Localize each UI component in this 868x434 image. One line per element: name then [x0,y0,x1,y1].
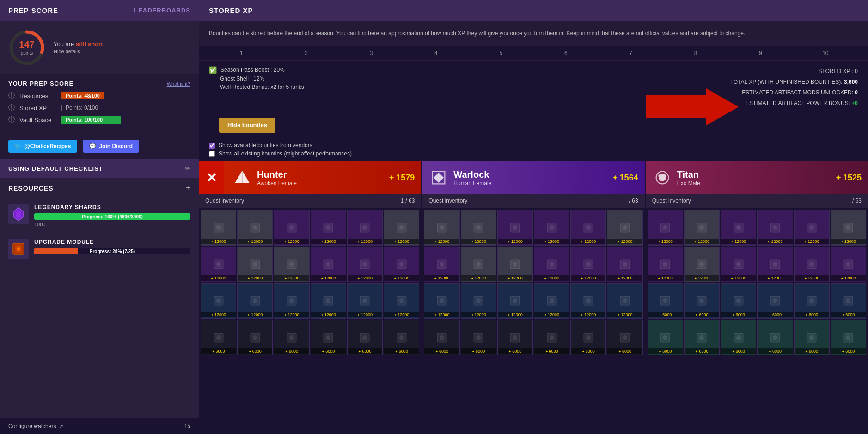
quest-item[interactable]: 12000 [721,247,756,282]
score-label: points [21,50,33,56]
quest-item[interactable]: 12000 [237,247,273,282]
svg-point-70 [440,262,444,267]
quest-item[interactable]: 12000 [497,210,533,245]
twitter-button[interactable]: 🐦 @ChaliceRecipes [8,140,77,153]
vault-space-badge: Points: 100/100 [61,116,121,124]
legendary-shards-progress: Progress: 160% (4806/3000) [34,213,190,220]
quest-item[interactable]: 12000 [648,210,683,245]
hide-bounties-button[interactable]: Hide bounties [219,118,275,133]
quest-item[interactable]: 12000 [461,247,496,282]
quest-item[interactable]: 12000 [384,283,419,319]
quest-item[interactable]: 6000 [757,283,793,319]
quest-item[interactable]: 6000 [497,320,533,355]
quest-item[interactable]: 12000 [497,247,533,282]
add-resource-icon[interactable]: + [185,183,190,193]
quest-item[interactable]: 12000 [274,210,309,245]
quest-item[interactable]: 12000 [794,247,830,282]
leaderboards-link[interactable]: LEADERBOARDS [134,7,190,14]
quest-item[interactable]: 12000 [201,247,236,282]
show-available-checkbox-row[interactable]: Show available bounties from vendors [209,142,858,149]
quest-item[interactable]: 6000 [684,320,720,355]
quest-item[interactable]: 12000 [384,210,419,245]
quest-item[interactable]: 12000 [497,283,533,319]
edit-icon[interactable]: ✏ [185,165,190,172]
quest-item[interactable]: 12000 [570,283,606,319]
quest-item[interactable]: 6000 [794,283,830,319]
resources-section-title: RESOURCES [8,185,54,192]
hide-details-link[interactable]: Hide details [54,49,80,54]
quest-item[interactable]: 6000 [311,320,346,355]
quest-item[interactable]: 12000 [274,283,309,319]
quest-item[interactable]: 12000 [607,210,642,245]
qi-value: 6000 [831,348,866,354]
qi-value: 12000 [274,239,309,244]
quest-item[interactable]: 6000 [794,320,830,355]
quest-item[interactable]: 6000 [721,320,756,355]
quest-item[interactable]: 12000 [347,247,383,282]
quest-item[interactable]: 6000 [201,320,236,355]
quest-item[interactable]: 6000 [684,283,720,319]
svg-point-32 [399,262,404,267]
quest-item[interactable]: 12000 [311,210,346,245]
quest-item[interactable]: 6000 [831,320,866,355]
svg-point-72 [476,262,481,267]
quest-item[interactable]: 6000 [721,283,756,319]
quest-item[interactable]: 12000 [831,247,866,282]
quest-item[interactable]: 6000 [757,320,793,355]
qi-value: 12000 [201,312,236,317]
quest-item[interactable]: 12000 [311,247,346,282]
quest-item[interactable]: 6000 [570,320,606,355]
quest-item[interactable]: 12000 [794,210,830,245]
discord-button[interactable]: 💬 Join Discord [83,140,139,153]
quest-item[interactable]: 12000 [237,210,273,245]
quest-item[interactable]: 12000 [347,283,383,319]
quest-item[interactable]: 12000 [201,210,236,245]
quest-item[interactable]: 12000 [347,210,383,245]
quest-item[interactable]: 12000 [607,247,642,282]
quest-item[interactable]: 12000 [237,283,273,319]
quest-item[interactable]: 12000 [684,210,720,245]
quest-item[interactable]: 12000 [607,283,642,319]
quest-item[interactable]: 6000 [274,320,309,355]
quest-item[interactable]: 12000 [831,210,866,245]
show-all-checkbox[interactable] [209,151,215,157]
quest-item[interactable]: 12000 [648,247,683,282]
quest-item[interactable]: 12000 [534,247,569,282]
quest-item[interactable]: 12000 [461,283,496,319]
checklist-header[interactable]: USING DEFAULT CHECKLIST ✏ [0,159,199,178]
quest-item[interactable]: 6000 [384,320,419,355]
quest-item[interactable]: 12000 [684,247,720,282]
quest-item[interactable]: 12000 [461,210,496,245]
quest-item[interactable]: 12000 [757,247,793,282]
qi-value: 6000 [311,348,346,354]
quest-item[interactable]: 12000 [757,210,793,245]
quest-item[interactable]: 6000 [607,320,642,355]
quest-item[interactable]: 12000 [424,247,459,282]
quest-item[interactable]: 6000 [648,320,683,355]
quest-item[interactable]: 12000 [424,283,459,319]
quest-item[interactable]: 6000 [534,320,569,355]
show-all-checkbox-row[interactable]: Show all existing bounties (might affect… [209,150,858,157]
quest-item[interactable]: 6000 [347,320,383,355]
quest-item[interactable]: 12000 [721,210,756,245]
quest-item[interactable]: 6000 [648,283,683,319]
quest-item[interactable]: 12000 [274,247,309,282]
quest-item[interactable]: 12000 [201,283,236,319]
quest-item[interactable]: 12000 [311,283,346,319]
what-is-it-link[interactable]: What is it? [167,81,190,87]
configure-watchers-link[interactable]: Configure watchers ↗ [8,423,63,429]
show-available-checkbox[interactable] [209,143,215,149]
quest-item[interactable]: 6000 [237,320,273,355]
quest-item[interactable]: 12000 [534,283,569,319]
svg-point-10 [216,225,221,230]
char-delete-button[interactable]: ✕ [199,161,224,194]
quest-item[interactable]: 12000 [384,247,419,282]
upgrade-module-name: UPGRADE MODULE [34,239,190,245]
quest-item[interactable]: 6000 [424,320,459,355]
quest-item[interactable]: 12000 [570,247,606,282]
quest-item[interactable]: 12000 [534,210,569,245]
quest-item[interactable]: 6000 [831,283,866,319]
quest-item[interactable]: 12000 [570,210,606,245]
quest-item[interactable]: 6000 [461,320,496,355]
quest-item[interactable]: 12000 [424,210,459,245]
